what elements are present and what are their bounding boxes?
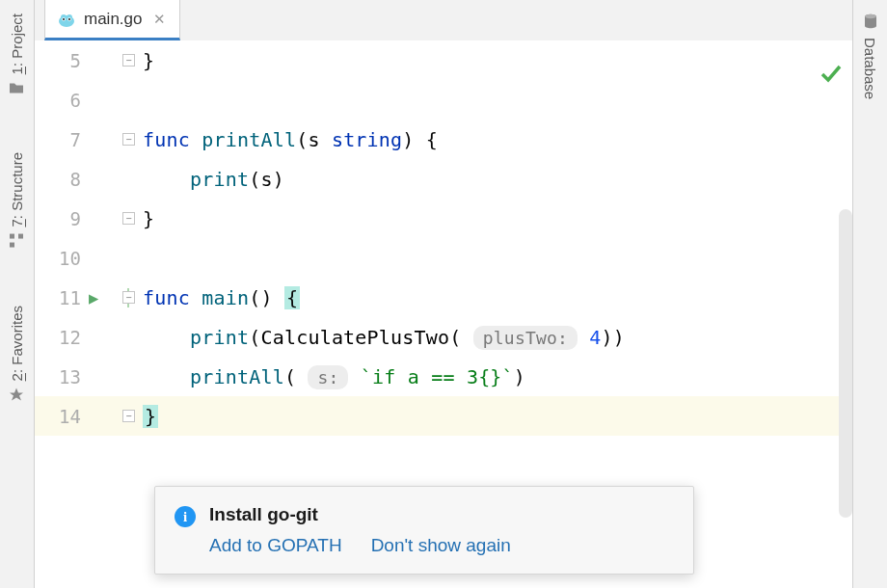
inspection-ok-icon[interactable] [820,62,843,91]
code-line-6[interactable]: 6 [35,80,852,120]
code-content[interactable]: func main() { [139,286,852,309]
code-content[interactable]: print(CalculatePlusTwo( plusTwo: 4)) [139,326,852,349]
code-line-9[interactable]: 9−} [35,199,852,238]
fold-toggle-icon[interactable]: − [122,212,135,225]
code-line-13[interactable]: 13 printAll( s: `if a == 3{}`) [35,357,852,396]
code-line-10[interactable]: 10 [35,238,852,278]
line-number: 6 [35,90,89,111]
svg-rect-2 [19,234,24,239]
tool-favorites-label: 2: Favorites [9,306,25,381]
line-number: 9 [35,208,89,229]
fold-toggle-icon[interactable]: − [122,291,135,304]
notification-popup: i Install go-git Add to GOPATH Don't sho… [154,486,694,575]
line-number: 7 [35,129,89,150]
tool-structure-label: 7: Structure [9,152,25,227]
tool-project[interactable]: 1: Project [9,0,25,112]
code-content[interactable]: printAll( s: `if a == 3{}`) [139,365,852,388]
svg-point-9 [68,18,70,20]
fold-toggle-icon[interactable]: − [122,54,135,67]
left-tool-strip: 1: Project 7: Structure 2: Favorites [0,0,35,588]
line-number: 12 [35,327,89,348]
svg-rect-1 [11,243,15,248]
fold-toggle-icon[interactable]: − [122,410,135,422]
info-icon: i [175,506,196,527]
star-icon [10,387,25,405]
code-content[interactable]: func printAll(s string) { [139,128,852,151]
tool-structure[interactable]: 7: Structure [9,139,25,265]
svg-point-11 [865,14,876,18]
line-number: 11 [35,287,89,308]
line-number: 14 [35,406,89,427]
code-content[interactable]: } [139,207,852,230]
notification-title: Install go-git [209,504,511,525]
file-tab-main-go[interactable]: main.go ✕ [44,0,180,40]
line-number: 5 [35,50,89,71]
close-icon[interactable]: ✕ [153,11,166,28]
run-gutter-icon[interactable]: ▶ [89,288,98,307]
database-icon [863,13,878,32]
tool-database-label: Database [862,38,878,99]
parameter-hint: s: [308,365,348,389]
code-line-8[interactable]: 8 print(s) [35,159,852,199]
right-tool-strip: Database [852,0,887,588]
tool-project-label: 1: Project [9,13,25,74]
code-line-11[interactable]: 11▶−func main() { [35,278,852,317]
code-line-5[interactable]: 5−} [35,40,852,80]
structure-icon [10,233,25,252]
fold-toggle-icon[interactable]: − [122,133,135,146]
folder-icon [10,80,25,98]
tool-favorites[interactable]: 2: Favorites [9,292,25,418]
code-line-7[interactable]: 7−func printAll(s string) { [35,120,852,159]
line-number: 13 [35,366,89,388]
code-content[interactable]: } [139,49,852,72]
code-line-14[interactable]: 14−} [35,396,852,436]
parameter-hint: plusTwo: [473,326,578,350]
gutter: ▶− [89,288,139,307]
notification-action-add-gopath[interactable]: Add to GOPATH [209,535,342,556]
code-content[interactable]: print(s) [139,168,852,191]
file-tab-label: main.go [84,10,142,29]
editor-scrollbar-thumb[interactable] [839,209,852,518]
line-number: 10 [35,248,89,269]
tool-database[interactable]: Database [862,0,878,113]
editor-area: main.go ✕ 5−}67−func printAll(s string) … [35,0,852,588]
code-line-12[interactable]: 12 print(CalculatePlusTwo( plusTwo: 4)) [35,317,852,357]
svg-rect-0 [11,234,15,239]
notification-action-dismiss[interactable]: Don't show again [371,535,511,556]
line-number: 8 [35,169,89,190]
tab-bar: main.go ✕ [35,0,852,40]
svg-point-8 [63,18,65,20]
go-file-icon [57,10,76,29]
code-content[interactable]: } [139,405,852,428]
